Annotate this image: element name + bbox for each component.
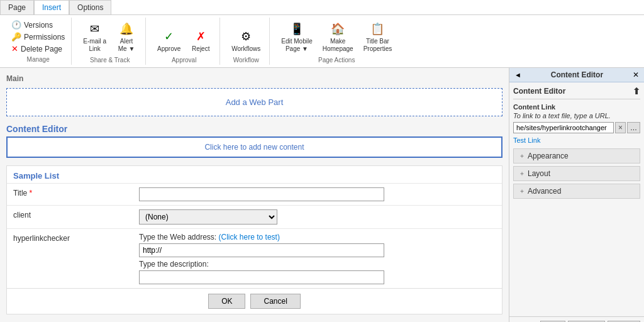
layout-section: ＋ Layout: [513, 166, 640, 181]
test-link[interactable]: Test Link: [513, 136, 540, 144]
versions-button[interactable]: 🕐 Versions: [9, 19, 67, 31]
add-webpart-button[interactable]: Add a Web Part: [6, 88, 502, 116]
content-editor-section: Content Editor Click here to add new con…: [6, 124, 502, 158]
form-ok-button[interactable]: OK: [208, 294, 245, 309]
content-link-title: Content Link: [513, 103, 640, 111]
title-field-value: [133, 184, 502, 206]
form-cancel-button[interactable]: Cancel: [250, 294, 300, 309]
approval-group: ✓ Approve ✗ Reject Approval: [148, 18, 220, 65]
right-panel-collapse-icon[interactable]: ◄: [514, 71, 521, 79]
appearance-expand-icon: ＋: [519, 152, 525, 160]
reject-button[interactable]: ✗ Reject: [187, 25, 214, 55]
page-actions-group: 📱 Edit MobilePage ▼ 🏠 MakeHomepage 📋 Tit…: [272, 18, 401, 65]
edit-mobile-page-button[interactable]: 📱 Edit MobilePage ▼: [277, 18, 316, 55]
reject-icon: ✗: [192, 28, 209, 45]
right-panel-title: Content Editor: [551, 70, 603, 79]
layout-expand-icon: ＋: [519, 169, 525, 178]
approval-label: Approval: [172, 57, 196, 65]
mobile-icon: 📱: [288, 20, 306, 38]
make-homepage-button[interactable]: 🏠 MakeHomepage: [319, 18, 357, 55]
required-star: *: [30, 189, 33, 197]
click-add-content[interactable]: Click here to add new content: [6, 136, 502, 158]
layout-header[interactable]: ＋ Layout: [514, 167, 640, 180]
section-expand-icon[interactable]: ⬆: [633, 86, 640, 96]
right-panel-body: Content Editor ⬆ Content Link To link to…: [509, 82, 644, 316]
desc-input[interactable]: [139, 270, 384, 284]
approve-icon: ✓: [160, 28, 178, 45]
properties-icon: 📋: [369, 20, 386, 38]
appearance-header[interactable]: ＋ Appearance: [514, 149, 640, 163]
advanced-expand-icon: ＋: [519, 187, 525, 196]
alert-me-button[interactable]: 🔔 AlertMe ▼: [113, 18, 140, 55]
url-input[interactable]: [139, 243, 384, 257]
share-track-label: Share & Track: [90, 57, 130, 65]
click-to-test-link[interactable]: (Click here to test): [219, 233, 280, 242]
content-link-input[interactable]: [513, 122, 614, 133]
manage-group: 🕐 Versions 🔑 Permissions ✕ Delete Page M…: [5, 18, 72, 65]
alert-icon: 🔔: [118, 20, 135, 38]
right-panel-header: ◄ Content Editor ✕: [509, 68, 644, 82]
sample-list-title: Sample List: [7, 166, 502, 183]
appearance-section: ＋ Appearance: [513, 148, 640, 164]
content-link-browse-button[interactable]: …: [627, 122, 640, 133]
workflow-group: ⚙ Workflows Workflow: [223, 18, 270, 65]
client-field-value: (None): [133, 206, 502, 229]
client-row: client (None): [7, 206, 502, 229]
content-link-input-row: × …: [513, 122, 640, 133]
client-select[interactable]: (None): [139, 209, 277, 225]
versions-icon: 🕐: [11, 20, 21, 30]
title-row: Title *: [7, 184, 502, 206]
tab-page[interactable]: Page: [0, 0, 34, 14]
title-bar-properties-button[interactable]: 📋 Title BarProperties: [360, 18, 396, 55]
form-buttons: OK Cancel: [7, 288, 502, 314]
content-editor-section-title: Content Editor: [6, 124, 502, 134]
delete-icon: ✕: [11, 44, 18, 53]
email-link-button[interactable]: ✉ E-mail aLink: [79, 18, 110, 55]
panel-footer: OK Cancel Apply: [509, 316, 644, 322]
right-panel: ◄ Content Editor ✕ Content Editor ⬆ Cont…: [509, 68, 644, 322]
workflow-label: Workflow: [233, 57, 259, 65]
desc-label: Type the description:: [139, 260, 496, 269]
permissions-icon: 🔑: [11, 32, 21, 42]
home-icon: 🏠: [329, 20, 347, 38]
right-panel-close-icon[interactable]: ✕: [633, 70, 639, 79]
main-section-title: Main: [6, 74, 502, 83]
main-panel: Main Add a Web Part Content Editor Click…: [0, 68, 509, 322]
delete-page-button[interactable]: ✕ Delete Page: [9, 43, 67, 55]
title-field-label: Title *: [7, 184, 133, 206]
approve-button[interactable]: ✓ Approve: [153, 25, 184, 55]
content-link-area: Content Link To link to a text file, typ…: [513, 103, 640, 145]
manage-label: Manage: [9, 55, 67, 63]
advanced-section: ＋ Advanced: [513, 184, 640, 199]
workflows-button[interactable]: ⚙ Workflows: [228, 25, 264, 55]
content-link-clear-button[interactable]: ×: [615, 122, 626, 133]
workflow-icon: ⚙: [237, 28, 255, 45]
hyperlink-field-label: hyperlinkchecker: [7, 229, 133, 289]
page-actions-label: Page Actions: [318, 57, 355, 65]
hyperlink-instruction: Type the Web address: (Click here to tes…: [139, 233, 496, 242]
advanced-header[interactable]: ＋ Advanced: [514, 184, 640, 198]
hyperlink-row: hyperlinkchecker Type the Web address: (…: [7, 229, 502, 289]
email-icon: ✉: [86, 20, 104, 38]
sample-list: Sample List Title * c: [6, 165, 502, 314]
client-field-label: client: [7, 206, 133, 229]
panel-section-title: Content Editor ⬆: [513, 86, 640, 99]
form-table: Title * client (None): [7, 183, 502, 288]
content-link-instruction: To link to a text file, type a URL.: [513, 112, 640, 119]
permissions-button[interactable]: 🔑 Permissions: [9, 31, 67, 43]
tab-insert[interactable]: Insert: [34, 0, 69, 15]
hyperlink-field-value: Type the Web address: (Click here to tes…: [133, 229, 502, 289]
tab-options[interactable]: Options: [69, 0, 111, 14]
title-input[interactable]: [139, 187, 384, 201]
share-track-group: ✉ E-mail aLink 🔔 AlertMe ▼ Share & Track: [74, 18, 146, 65]
